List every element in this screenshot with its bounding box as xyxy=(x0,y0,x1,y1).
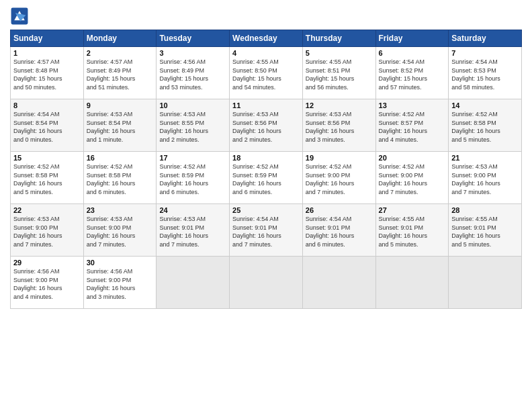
weekday-header-wednesday: Wednesday xyxy=(230,30,303,47)
calendar-cell: 2Sunrise: 4:57 AM Sunset: 8:49 PM Daylig… xyxy=(83,47,157,99)
calendar-week-5: 29Sunrise: 4:56 AM Sunset: 9:00 PM Dayli… xyxy=(11,257,522,309)
day-info: Sunrise: 4:55 AM Sunset: 9:01 PM Dayligh… xyxy=(379,215,446,248)
day-info: Sunrise: 4:52 AM Sunset: 9:00 PM Dayligh… xyxy=(306,163,373,196)
day-info: Sunrise: 4:52 AM Sunset: 8:58 PM Dayligh… xyxy=(451,110,519,144)
calendar-cell: 17Sunrise: 4:52 AM Sunset: 8:59 PM Dayli… xyxy=(157,152,230,204)
calendar-week-3: 15Sunrise: 4:52 AM Sunset: 8:58 PM Dayli… xyxy=(11,152,522,204)
day-number: 6 xyxy=(379,49,446,57)
day-info: Sunrise: 4:52 AM Sunset: 8:57 PM Dayligh… xyxy=(379,110,446,144)
day-info: Sunrise: 4:57 AM Sunset: 8:48 PM Dayligh… xyxy=(13,58,81,91)
day-number: 1 xyxy=(13,49,81,57)
calendar-cell xyxy=(375,257,449,309)
calendar-week-1: 1Sunrise: 4:57 AM Sunset: 8:48 PM Daylig… xyxy=(11,47,522,99)
calendar-cell: 30Sunrise: 4:56 AM Sunset: 9:00 PM Dayli… xyxy=(83,257,157,309)
day-info: Sunrise: 4:52 AM Sunset: 9:00 PM Dayligh… xyxy=(379,163,446,196)
day-info: Sunrise: 4:53 AM Sunset: 9:00 PM Dayligh… xyxy=(13,215,81,248)
calendar-cell: 20Sunrise: 4:52 AM Sunset: 9:00 PM Dayli… xyxy=(375,152,449,204)
day-number: 14 xyxy=(451,101,519,109)
day-number: 24 xyxy=(159,206,226,214)
weekday-header-sunday: Sunday xyxy=(11,30,84,47)
calendar-cell: 10Sunrise: 4:53 AM Sunset: 8:55 PM Dayli… xyxy=(157,99,230,152)
calendar-cell: 29Sunrise: 4:56 AM Sunset: 9:00 PM Dayli… xyxy=(11,257,84,309)
day-info: Sunrise: 4:54 AM Sunset: 9:01 PM Dayligh… xyxy=(306,215,373,248)
day-info: Sunrise: 4:54 AM Sunset: 9:01 PM Dayligh… xyxy=(232,215,300,248)
day-info: Sunrise: 4:55 AM Sunset: 9:01 PM Dayligh… xyxy=(451,215,519,248)
day-number: 12 xyxy=(306,101,373,109)
weekday-header-tuesday: Tuesday xyxy=(157,30,230,47)
day-info: Sunrise: 4:53 AM Sunset: 8:54 PM Dayligh… xyxy=(87,110,154,144)
day-info: Sunrise: 4:53 AM Sunset: 8:55 PM Dayligh… xyxy=(159,110,226,144)
day-number: 27 xyxy=(379,206,446,214)
calendar-cell: 21Sunrise: 4:53 AM Sunset: 9:00 PM Dayli… xyxy=(449,152,522,204)
calendar-cell: 19Sunrise: 4:52 AM Sunset: 9:00 PM Dayli… xyxy=(302,152,375,204)
calendar-cell: 1Sunrise: 4:57 AM Sunset: 8:48 PM Daylig… xyxy=(11,47,84,99)
day-number: 17 xyxy=(159,154,226,162)
calendar-cell: 4Sunrise: 4:55 AM Sunset: 8:50 PM Daylig… xyxy=(230,47,303,99)
logo-icon xyxy=(10,7,29,26)
logo xyxy=(10,7,32,26)
calendar-cell: 5Sunrise: 4:55 AM Sunset: 8:51 PM Daylig… xyxy=(302,47,375,99)
day-info: Sunrise: 4:56 AM Sunset: 9:00 PM Dayligh… xyxy=(87,267,154,301)
day-number: 20 xyxy=(379,154,446,162)
calendar-cell: 7Sunrise: 4:54 AM Sunset: 8:53 PM Daylig… xyxy=(449,47,522,99)
day-number: 9 xyxy=(87,101,154,109)
day-number: 28 xyxy=(451,206,519,214)
day-number: 21 xyxy=(451,154,519,162)
day-info: Sunrise: 4:53 AM Sunset: 8:56 PM Dayligh… xyxy=(306,110,373,144)
header xyxy=(10,7,522,26)
calendar-cell: 27Sunrise: 4:55 AM Sunset: 9:01 PM Dayli… xyxy=(375,204,449,257)
calendar-cell: 15Sunrise: 4:52 AM Sunset: 8:58 PM Dayli… xyxy=(11,152,84,204)
calendar-cell: 3Sunrise: 4:56 AM Sunset: 8:49 PM Daylig… xyxy=(157,47,230,99)
day-number: 29 xyxy=(13,259,81,267)
calendar-week-2: 8Sunrise: 4:54 AM Sunset: 8:54 PM Daylig… xyxy=(11,99,522,152)
day-number: 25 xyxy=(232,206,300,214)
day-info: Sunrise: 4:56 AM Sunset: 8:49 PM Dayligh… xyxy=(159,58,226,91)
day-number: 2 xyxy=(87,49,154,57)
day-info: Sunrise: 4:54 AM Sunset: 8:53 PM Dayligh… xyxy=(451,58,519,91)
weekday-header-friday: Friday xyxy=(375,30,449,47)
day-info: Sunrise: 4:54 AM Sunset: 8:52 PM Dayligh… xyxy=(379,58,446,91)
day-info: Sunrise: 4:52 AM Sunset: 8:58 PM Dayligh… xyxy=(87,163,154,196)
day-number: 13 xyxy=(379,101,446,109)
day-number: 30 xyxy=(87,259,154,267)
calendar-week-4: 22Sunrise: 4:53 AM Sunset: 9:00 PM Dayli… xyxy=(11,204,522,257)
day-info: Sunrise: 4:53 AM Sunset: 9:00 PM Dayligh… xyxy=(87,215,154,248)
day-info: Sunrise: 4:55 AM Sunset: 8:50 PM Dayligh… xyxy=(232,58,300,91)
calendar-cell: 12Sunrise: 4:53 AM Sunset: 8:56 PM Dayli… xyxy=(302,99,375,152)
day-number: 18 xyxy=(232,154,300,162)
day-number: 4 xyxy=(232,49,300,57)
calendar-cell: 9Sunrise: 4:53 AM Sunset: 8:54 PM Daylig… xyxy=(83,99,157,152)
day-number: 5 xyxy=(306,49,373,57)
day-info: Sunrise: 4:57 AM Sunset: 8:49 PM Dayligh… xyxy=(87,58,154,91)
calendar-cell: 13Sunrise: 4:52 AM Sunset: 8:57 PM Dayli… xyxy=(375,99,449,152)
day-number: 3 xyxy=(159,49,226,57)
calendar: SundayMondayTuesdayWednesdayThursdayFrid… xyxy=(10,30,522,309)
calendar-cell: 8Sunrise: 4:54 AM Sunset: 8:54 PM Daylig… xyxy=(11,99,84,152)
calendar-cell xyxy=(230,257,303,309)
calendar-header-row: SundayMondayTuesdayWednesdayThursdayFrid… xyxy=(11,30,522,47)
calendar-cell xyxy=(302,257,375,309)
day-info: Sunrise: 4:53 AM Sunset: 9:01 PM Dayligh… xyxy=(159,215,226,248)
calendar-cell xyxy=(449,257,522,309)
page: SundayMondayTuesdayWednesdayThursdayFrid… xyxy=(0,0,532,411)
day-number: 8 xyxy=(13,101,81,109)
day-number: 15 xyxy=(13,154,81,162)
calendar-cell: 18Sunrise: 4:52 AM Sunset: 8:59 PM Dayli… xyxy=(230,152,303,204)
calendar-cell xyxy=(157,257,230,309)
calendar-cell: 22Sunrise: 4:53 AM Sunset: 9:00 PM Dayli… xyxy=(11,204,84,257)
day-number: 11 xyxy=(232,101,300,109)
calendar-cell: 16Sunrise: 4:52 AM Sunset: 8:58 PM Dayli… xyxy=(83,152,157,204)
day-info: Sunrise: 4:53 AM Sunset: 9:00 PM Dayligh… xyxy=(451,163,519,196)
calendar-cell: 23Sunrise: 4:53 AM Sunset: 9:00 PM Dayli… xyxy=(83,204,157,257)
day-number: 22 xyxy=(13,206,81,214)
calendar-cell: 11Sunrise: 4:53 AM Sunset: 8:56 PM Dayli… xyxy=(230,99,303,152)
day-number: 19 xyxy=(306,154,373,162)
day-number: 10 xyxy=(159,101,226,109)
day-info: Sunrise: 4:52 AM Sunset: 8:59 PM Dayligh… xyxy=(159,163,226,196)
calendar-cell: 28Sunrise: 4:55 AM Sunset: 9:01 PM Dayli… xyxy=(449,204,522,257)
weekday-header-thursday: Thursday xyxy=(302,30,375,47)
day-info: Sunrise: 4:52 AM Sunset: 8:58 PM Dayligh… xyxy=(13,163,81,196)
day-info: Sunrise: 4:56 AM Sunset: 9:00 PM Dayligh… xyxy=(13,267,81,301)
calendar-cell: 24Sunrise: 4:53 AM Sunset: 9:01 PM Dayli… xyxy=(157,204,230,257)
day-info: Sunrise: 4:55 AM Sunset: 8:51 PM Dayligh… xyxy=(306,58,373,91)
